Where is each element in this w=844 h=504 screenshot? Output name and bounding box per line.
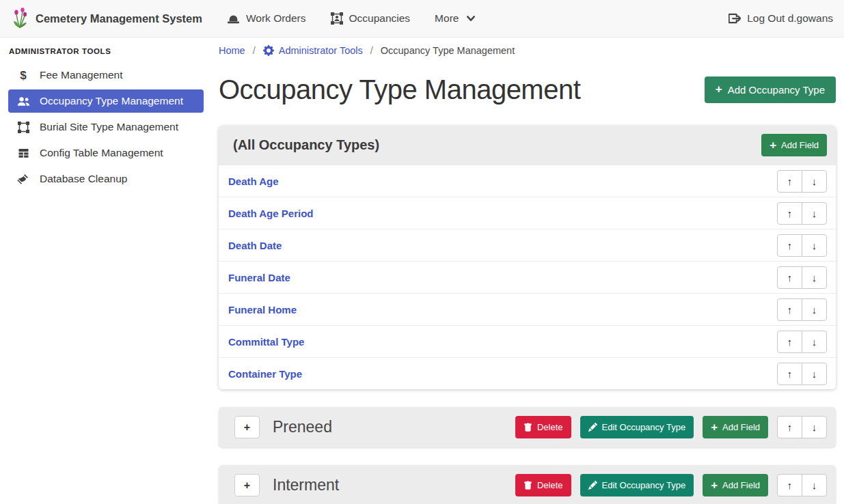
nav-item-label: Occupancies: [349, 12, 411, 25]
sidebar-item-label: Fee Management: [40, 69, 123, 81]
add-field-button[interactable]: + Add Field: [761, 134, 827, 156]
move-down-button[interactable]: ↓: [802, 234, 827, 257]
field-link-death-age[interactable]: Death Age: [228, 176, 279, 187]
move-down-button[interactable]: ↓: [802, 266, 827, 289]
sidebar-item-config-table-management[interactable]: Config Table Management: [8, 141, 204, 165]
breadcrumb-separator: /: [370, 45, 373, 56]
reorder-buttons: ↑ ↓: [777, 298, 827, 321]
logout-label: Log Out d.gowans: [747, 12, 833, 25]
page-title: Occupancy Type Management: [219, 72, 580, 107]
delete-button[interactable]: Delete: [515, 416, 571, 438]
add-field-button[interactable]: + Add Field: [703, 416, 768, 438]
sidebar-item-burial-site-type-management[interactable]: Burial Site Type Management: [8, 115, 204, 139]
sidebar-item-fee-management[interactable]: $ Fee Management: [8, 64, 204, 87]
down-arrow-icon: ↓: [812, 421, 817, 433]
breadcrumb-home-link[interactable]: Home: [219, 45, 245, 56]
sidebar-heading: ADMINISTRATOR TOOLS: [9, 47, 212, 55]
plus-icon: +: [770, 139, 776, 151]
down-arrow-icon: ↓: [812, 336, 817, 348]
field-link-funeral-home[interactable]: Funeral Home: [228, 304, 297, 316]
up-arrow-icon: ↑: [787, 421, 793, 433]
move-up-button[interactable]: ↑: [777, 170, 802, 193]
move-up-button[interactable]: ↑: [777, 298, 802, 321]
move-down-button[interactable]: ↓: [802, 331, 827, 353]
field-link-committal-type[interactable]: Committal Type: [228, 336, 304, 348]
delete-button[interactable]: Delete: [515, 474, 571, 496]
nav-item-more[interactable]: More: [435, 12, 476, 25]
move-down-button[interactable]: ↓: [802, 170, 827, 193]
nav-item-work-orders[interactable]: Work Orders: [227, 12, 306, 25]
nav-item-label: More: [435, 12, 459, 25]
down-arrow-icon: ↓: [812, 479, 817, 491]
edit-label: Edit Occupancy Type: [602, 422, 686, 432]
add-field-label: Add Field: [722, 422, 760, 432]
field-row: Funeral Date ↑ ↓: [219, 261, 836, 293]
move-up-button[interactable]: ↑: [777, 416, 802, 438]
up-arrow-icon: ↑: [787, 272, 793, 283]
field-link-container-type[interactable]: Container Type: [228, 368, 302, 380]
expand-button[interactable]: +: [234, 416, 260, 438]
breadcrumb-current: Occupancy Type Management: [381, 45, 515, 56]
reorder-buttons: ↑ ↓: [777, 416, 827, 438]
up-arrow-icon: ↑: [787, 208, 793, 219]
trash-icon: [523, 423, 532, 432]
sidebar-item-label: Config Table Management: [40, 147, 163, 159]
up-arrow-icon: ↑: [787, 240, 793, 251]
add-occupancy-type-label: Add Occupancy Type: [728, 84, 825, 96]
move-up-button[interactable]: ↑: [777, 202, 802, 225]
breadcrumb-admin-tools-label: Administrator Tools: [279, 45, 363, 56]
sign-out-icon: [729, 12, 741, 25]
broom-icon: [16, 173, 31, 185]
sidebar-item-label: Database Cleanup: [40, 173, 127, 185]
field-row: Funeral Home ↑ ↓: [219, 293, 836, 325]
trash-icon: [523, 481, 532, 490]
down-arrow-icon: ↓: [812, 176, 817, 187]
pencil-icon: [588, 481, 597, 490]
edit-occupancy-type-button[interactable]: Edit Occupancy Type: [580, 474, 694, 496]
move-down-button[interactable]: ↓: [802, 298, 827, 321]
field-link-death-date[interactable]: Death Date: [228, 240, 282, 251]
plus-icon: +: [716, 83, 722, 95]
logout-button[interactable]: Log Out d.gowans: [729, 12, 833, 25]
field-row: Death Age ↑ ↓: [219, 165, 836, 197]
move-up-button[interactable]: ↑: [777, 234, 802, 257]
dollar-icon: $: [16, 70, 31, 81]
plus-icon: +: [244, 421, 250, 434]
expand-button[interactable]: +: [234, 474, 260, 496]
field-link-funeral-date[interactable]: Funeral Date: [228, 272, 290, 283]
nav-item-occupancies[interactable]: Occupancies: [331, 12, 411, 25]
breadcrumb-separator: /: [253, 45, 256, 56]
move-down-button[interactable]: ↓: [802, 363, 827, 385]
sidebar-item-database-cleanup[interactable]: Database Cleanup: [8, 167, 204, 191]
move-down-button[interactable]: ↓: [802, 202, 827, 225]
add-occupancy-type-button[interactable]: + Add Occupancy Type: [705, 76, 836, 103]
field-link-death-age-period[interactable]: Death Age Period: [228, 208, 313, 219]
sidebar-item-occupancy-type-management[interactable]: Occupancy Type Management: [8, 89, 204, 113]
move-up-button[interactable]: ↑: [777, 474, 802, 496]
app-title: Cemetery Management System: [36, 12, 202, 25]
move-up-button[interactable]: ↑: [777, 363, 802, 385]
move-up-button[interactable]: ↑: [777, 266, 802, 289]
move-down-button[interactable]: ↓: [802, 474, 827, 496]
reorder-buttons: ↑ ↓: [777, 170, 827, 193]
move-up-button[interactable]: ↑: [777, 331, 802, 353]
delete-label: Delete: [537, 422, 563, 432]
add-field-button[interactable]: + Add Field: [703, 474, 768, 496]
gear-icon: [263, 45, 274, 56]
move-down-button[interactable]: ↓: [802, 416, 827, 438]
edit-occupancy-type-button[interactable]: Edit Occupancy Type: [580, 416, 694, 438]
vector-square-icon: [16, 122, 31, 133]
add-field-label: Add Field: [781, 140, 819, 150]
breadcrumb: Home / Administrator Tools / Occupancy T…: [219, 45, 836, 56]
section-actions: Delete Edit Occupancy Type + Add Field ↑…: [515, 416, 827, 438]
panel-title: (All Occupancy Types): [233, 137, 379, 153]
up-arrow-icon: ↑: [787, 336, 793, 348]
tulip-logo-icon: [11, 8, 29, 29]
users-icon: [16, 96, 31, 107]
brand[interactable]: Cemetery Management System: [11, 8, 202, 29]
reorder-buttons: ↑ ↓: [777, 474, 827, 496]
nav-item-label: Work Orders: [246, 12, 306, 25]
breadcrumb-admin-tools-link[interactable]: Administrator Tools: [263, 45, 363, 56]
plus-icon: +: [244, 479, 250, 492]
occupancy-type-section-interment: + Interment Delete Edit Occupancy Type +: [219, 465, 836, 504]
